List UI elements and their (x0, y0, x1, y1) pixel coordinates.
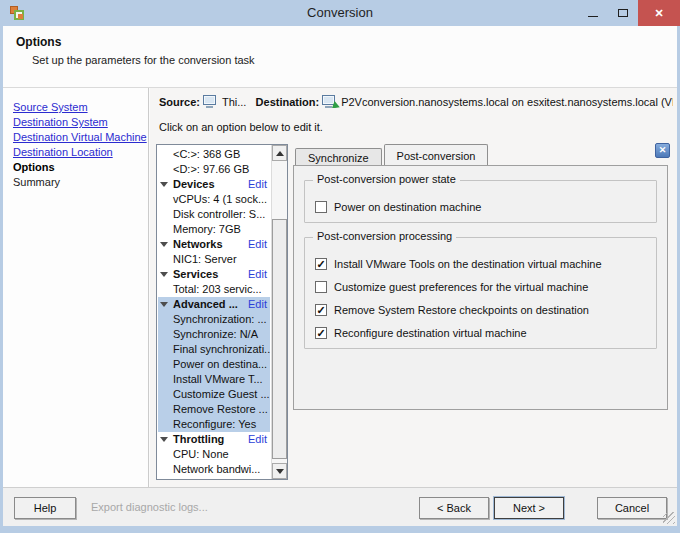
destination-host-icon (322, 95, 337, 108)
option-row-label: vCPUs: 4 (1 sock... (173, 193, 267, 205)
sidebar-item-options: Options (3, 160, 148, 175)
option-row-final-synchronizati[interactable]: Final synchronizati... (158, 342, 270, 357)
back-button[interactable]: < Back (419, 497, 489, 519)
checkbox-row-customize-guest-preferences-for-the-virtual-machine[interactable]: Customize guest preferences for the virt… (315, 275, 646, 298)
option-row-vcpus-4-1-sock[interactable]: vCPUs: 4 (1 sock... (158, 192, 270, 207)
option-row-label: Advanced ... (173, 298, 238, 310)
editor-close-button[interactable]: ✕ (655, 143, 670, 158)
options-scrollbar[interactable] (271, 145, 287, 479)
option-row-label: Remove Restore ... (173, 403, 268, 415)
checkbox-row-power-on-destination-machine[interactable]: Power on destination machine (315, 195, 646, 218)
titlebar[interactable]: Conversion ✕ (0, 0, 680, 26)
help-button[interactable]: Help (14, 497, 76, 519)
sidebar-item-destination-virtual-machine[interactable]: Destination Virtual Machine (3, 130, 148, 145)
source-computer-icon (203, 95, 218, 108)
sidebar-item-destination-system[interactable]: Destination System (3, 115, 148, 130)
arrow-down-icon (276, 469, 284, 474)
option-row-synchronization[interactable]: Synchronization: ... (158, 312, 270, 327)
option-row-memory-7gb[interactable]: Memory: 7GB (158, 222, 270, 237)
resize-grip[interactable] (663, 512, 675, 524)
options-list: <C:>: 368 GB<D:>: 97.66 GBDevicesEditvCP… (156, 144, 288, 480)
option-row-c-368-gb[interactable]: <C:>: 368 GB (158, 147, 270, 162)
option-row-label: Network bandwi... (173, 463, 260, 475)
checkbox-checked-icon[interactable]: ✓ (315, 304, 327, 316)
minimize-icon (588, 16, 598, 17)
option-row-devices[interactable]: DevicesEdit (158, 177, 270, 192)
expanded-triangle-icon[interactable] (160, 437, 168, 442)
destination-value: P2Vconversion.nanosystems.local on esxit… (341, 96, 673, 108)
expanded-triangle-icon[interactable] (160, 242, 168, 247)
group-post-conversion-processing: Post-conversion processing✓Install VMwar… (304, 237, 657, 349)
option-row-label: Services (173, 268, 218, 280)
group-title: Post-conversion power state (313, 173, 460, 185)
arrow-up-icon (276, 151, 284, 156)
scroll-up-button[interactable] (272, 145, 287, 161)
next-button[interactable]: Next > (494, 497, 564, 519)
minimize-button[interactable] (578, 0, 608, 26)
sidebar-item-source-system[interactable]: Source System (3, 100, 148, 115)
edit-link-networks[interactable]: Edit (248, 237, 267, 252)
option-row-synchronize-n-a[interactable]: Synchronize: N/A (158, 327, 270, 342)
option-row-label: Customize Guest ... (173, 388, 270, 400)
conversion-window: Conversion ✕ Options Set up the paramete… (0, 0, 680, 533)
expanded-triangle-icon[interactable] (160, 272, 168, 277)
option-row-label: Reconfigure: Yes (173, 418, 256, 430)
tab-post-conversion[interactable]: Post-conversion (384, 144, 489, 165)
option-row-customize-guest[interactable]: Customize Guest ... (158, 387, 270, 402)
option-row-label: Memory: 7GB (173, 223, 241, 235)
scroll-down-button[interactable] (272, 463, 287, 479)
option-row-d-97-66-gb[interactable]: <D:>: 97.66 GB (158, 162, 270, 177)
option-row-reconfigure-yes[interactable]: Reconfigure: Yes (158, 417, 270, 432)
option-row-label: Power on destina... (173, 358, 267, 370)
option-row-label: Total: 203 servic... (173, 283, 262, 295)
option-row-network-bandwi[interactable]: Network bandwi... (158, 462, 270, 477)
edit-link-throttling[interactable]: Edit (248, 432, 267, 447)
option-row-label: NIC1: Server (173, 253, 237, 265)
close-button[interactable]: ✕ (638, 0, 680, 26)
option-row-cpu-none[interactable]: CPU: None (158, 447, 270, 462)
checkbox-row-reconfigure-destination-virtual-machine[interactable]: ✓Reconfigure destination virtual machine (315, 321, 646, 344)
checkbox-unchecked-icon[interactable] (315, 201, 327, 213)
sidebar-item-destination-location[interactable]: Destination Location (3, 145, 148, 160)
option-row-advanced[interactable]: Advanced ...Edit (158, 297, 270, 312)
edit-link-advanced[interactable]: Edit (248, 297, 267, 312)
option-row-label: Devices (173, 178, 215, 190)
expanded-triangle-icon[interactable] (160, 302, 168, 307)
cancel-button[interactable]: Cancel (597, 497, 667, 519)
page-subtitle: Set up the parameters for the conversion… (32, 54, 255, 66)
export-diagnostic-logs-button[interactable]: Export diagnostic logs... (91, 501, 208, 513)
scrollbar-thumb[interactable] (272, 219, 287, 459)
checkbox-unchecked-icon[interactable] (315, 281, 327, 293)
source-label: Source: (159, 96, 200, 108)
main-panel: Source:Thi... Destination:P2Vconversion.… (150, 88, 677, 487)
editor-tabs: SynchronizePost-conversion (295, 144, 490, 166)
option-row-label: Synchronization: ... (173, 313, 267, 325)
option-row-disk-controller-s[interactable]: Disk controller: S... (158, 207, 270, 222)
checkbox-label: Install VMware Tools on the destination … (334, 258, 602, 270)
footer-bar: Help Export diagnostic logs... < Back Ne… (3, 487, 677, 526)
option-editor: SynchronizePost-conversion ✕ Post-conver… (293, 144, 668, 410)
maximize-button[interactable] (608, 0, 638, 26)
checkbox-checked-icon[interactable]: ✓ (315, 258, 327, 270)
checkbox-checked-icon[interactable]: ✓ (315, 327, 327, 339)
option-row-install-vmware-t[interactable]: Install VMware T... (158, 372, 270, 387)
page-title: Options (16, 35, 61, 49)
source-destination-bar: Source:Thi... Destination:P2Vconversion.… (159, 95, 673, 108)
checkbox-row-install-vmware-tools-on-the-destination-virtual-machine[interactable]: ✓Install VMware Tools on the destination… (315, 252, 646, 275)
post-conversion-panel: Post-conversion power statePower on dest… (293, 165, 668, 410)
destination-label: Destination: (256, 96, 320, 108)
group-post-conversion-power-state: Post-conversion power statePower on dest… (304, 180, 657, 223)
option-row-throttling[interactable]: ThrottlingEdit (158, 432, 270, 447)
expanded-triangle-icon[interactable] (160, 182, 168, 187)
option-row-label: CPU: None (173, 448, 229, 460)
checkbox-row-remove-system-restore-checkpoints-on-destination[interactable]: ✓Remove System Restore checkpoints on de… (315, 298, 646, 321)
instruction-text: Click on an option below to edit it. (159, 121, 323, 133)
option-row-nic1-server[interactable]: NIC1: Server (158, 252, 270, 267)
edit-link-devices[interactable]: Edit (248, 177, 267, 192)
option-row-power-on-destina[interactable]: Power on destina... (158, 357, 270, 372)
option-row-networks[interactable]: NetworksEdit (158, 237, 270, 252)
option-row-services[interactable]: ServicesEdit (158, 267, 270, 282)
option-row-remove-restore[interactable]: Remove Restore ... (158, 402, 270, 417)
edit-link-services[interactable]: Edit (248, 267, 267, 282)
option-row-total-203-servic[interactable]: Total: 203 servic... (158, 282, 270, 297)
